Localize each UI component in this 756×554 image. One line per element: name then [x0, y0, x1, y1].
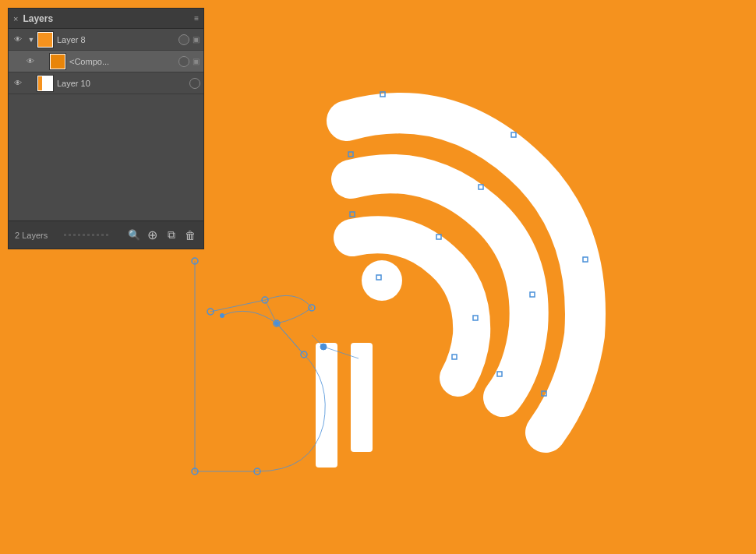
- layer-thumb-layer8: [37, 31, 54, 48]
- svg-rect-31: [38, 33, 52, 47]
- footer-actions: 🔍 ⊕ ⧉ 🗑: [127, 228, 197, 242]
- layer-lock-compo: ▣: [191, 57, 200, 66]
- footer-layer-count: 2 Layers: [15, 231, 48, 240]
- panel-menu-icon[interactable]: ≡: [194, 14, 199, 23]
- panel-title: Layers: [23, 13, 53, 24]
- panel-header-left: × Layers: [13, 13, 53, 24]
- group-layer-button[interactable]: ⧉: [164, 228, 178, 242]
- layer-item-layer10[interactable]: 👁 Layer 10: [9, 72, 203, 94]
- layer-name-compo: <Compo...: [69, 57, 177, 66]
- panel-footer: 2 Layers 🔍 ⊕ ⧉ 🗑: [9, 221, 203, 249]
- layer-item-compo[interactable]: 👁 <Compo... ▣: [9, 51, 203, 72]
- layer-item-layer8[interactable]: 👁 ▼ Layer 8 ▣: [9, 29, 203, 51]
- layer-visibility-layer10: [189, 78, 200, 89]
- svg-rect-34: [38, 76, 42, 90]
- delete-layer-button[interactable]: 🗑: [183, 228, 197, 242]
- layer-name-layer10: Layer 10: [57, 79, 188, 88]
- close-icon[interactable]: ×: [13, 14, 18, 23]
- layer-visibility-compo: [178, 56, 189, 67]
- add-layer-button[interactable]: ⊕: [146, 228, 160, 242]
- svg-line-14: [277, 323, 304, 355]
- layers-list: 👁 ▼ Layer 8 ▣ 👁 <Compo... ▣: [9, 29, 203, 221]
- svg-point-12: [220, 313, 224, 318]
- svg-rect-22: [348, 152, 353, 157]
- panel-header: × Layers ≡: [9, 9, 203, 29]
- eye-icon-compo[interactable]: 👁: [24, 55, 37, 68]
- layer-thumb-layer10: [37, 75, 54, 92]
- eye-icon-layer10[interactable]: 👁: [12, 77, 24, 90]
- svg-rect-26: [350, 212, 355, 217]
- svg-rect-1: [316, 343, 337, 468]
- footer-separator: [64, 234, 111, 236]
- layers-panel: × Layers ≡ 👁 ▼ Layer 8 ▣ 👁: [8, 8, 204, 249]
- svg-point-0: [362, 260, 402, 301]
- layer-name-layer8: Layer 8: [57, 35, 177, 44]
- svg-rect-32: [51, 55, 65, 69]
- search-button[interactable]: 🔍: [127, 228, 141, 242]
- eye-icon-layer8[interactable]: 👁: [12, 34, 24, 46]
- expand-icon-layer8[interactable]: ▼: [26, 34, 37, 45]
- layer-visibility-layer8: [178, 34, 189, 45]
- layer-lock-layer8: ▣: [191, 35, 200, 44]
- layer-thumb-compo: [49, 53, 66, 70]
- svg-rect-2: [351, 343, 373, 452]
